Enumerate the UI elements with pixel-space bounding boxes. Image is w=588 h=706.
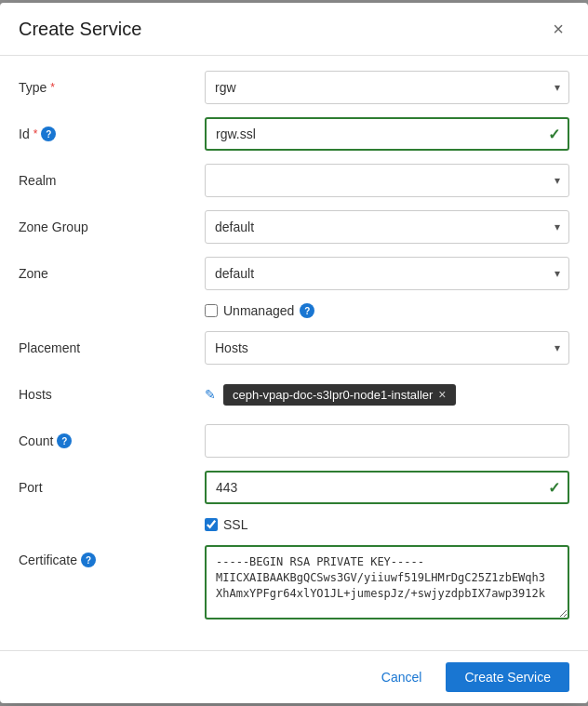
close-button[interactable]: ×	[547, 18, 569, 40]
zone-label: Zone	[19, 266, 205, 281]
host-tag-remove-button[interactable]: ×	[438, 388, 446, 401]
zone-group-select-wrapper: default ▾	[205, 210, 569, 244]
type-select[interactable]: rgw mon mgr osd mds nfs iscsi	[205, 71, 569, 104]
modal-footer: Cancel Create Service	[0, 650, 588, 703]
port-input[interactable]	[205, 471, 569, 504]
certificate-help-icon[interactable]: ?	[81, 553, 96, 567]
type-control: rgw mon mgr osd mds nfs iscsi ▾	[205, 71, 569, 104]
realm-row: Realm ▾	[19, 164, 569, 197]
port-control: ✓	[205, 471, 569, 504]
realm-label: Realm	[19, 173, 205, 188]
type-row: Type * rgw mon mgr osd mds nfs iscsi	[19, 71, 569, 104]
zone-row: Zone default ▾	[19, 257, 569, 290]
zone-group-control: default ▾	[205, 210, 569, 244]
hosts-edit-icon[interactable]: ✎	[205, 387, 216, 402]
zone-group-row: Zone Group default ▾	[19, 210, 569, 244]
modal-title: Create Service	[19, 19, 141, 40]
zone-group-select[interactable]: default	[205, 210, 569, 244]
placement-select[interactable]: Hosts Label Count	[205, 331, 569, 365]
placement-row: Placement Hosts Label Count ▾	[19, 331, 569, 365]
id-label: Id * ?	[19, 127, 205, 141]
modal-header: Create Service ×	[0, 3, 588, 56]
certificate-label: Certificate ?	[19, 545, 205, 567]
hosts-control: ✎ ceph-vpap-doc-s3lpr0-node1-installer ×	[205, 384, 569, 406]
modal-body: Type * rgw mon mgr osd mds nfs iscsi	[0, 56, 588, 650]
id-row: Id * ? ✓	[19, 117, 569, 151]
certificate-textarea[interactable]: -----BEGIN RSA PRIVATE KEY----- MIICXAIB…	[205, 545, 569, 619]
id-input[interactable]	[205, 117, 569, 151]
host-tag: ceph-vpap-doc-s3lpr0-node1-installer ×	[223, 384, 456, 406]
ssl-row: SSL	[19, 517, 569, 532]
ssl-checkbox[interactable]	[205, 518, 218, 531]
realm-select-wrapper: ▾	[205, 164, 569, 197]
port-input-wrapper: ✓	[205, 471, 569, 504]
type-label: Type *	[19, 80, 205, 95]
port-label: Port	[19, 480, 205, 495]
count-label: Count ?	[19, 433, 205, 448]
hosts-row: Hosts ✎ ceph-vpap-doc-s3lpr0-node1-insta…	[19, 378, 569, 411]
id-required-star: *	[33, 127, 38, 140]
port-row: Port ✓	[19, 471, 569, 504]
hosts-label: Hosts	[19, 387, 205, 402]
type-select-wrapper: rgw mon mgr osd mds nfs iscsi ▾	[205, 71, 569, 104]
unmanaged-row: Unmanaged ?	[19, 303, 569, 318]
placement-label: Placement	[19, 340, 205, 355]
create-service-button[interactable]: Create Service	[446, 662, 569, 692]
zone-group-label: Zone Group	[19, 220, 205, 234]
id-valid-icon: ✓	[548, 126, 560, 143]
type-required-star: *	[50, 81, 55, 94]
id-input-wrapper: ✓	[205, 117, 569, 151]
id-control: ✓	[205, 117, 569, 151]
count-input[interactable]	[205, 424, 569, 458]
cancel-button[interactable]: Cancel	[367, 662, 437, 692]
zone-control: default ▾	[205, 257, 569, 290]
certificate-row: Certificate ? -----BEGIN RSA PRIVATE KEY…	[19, 545, 569, 622]
realm-control: ▾	[205, 164, 569, 197]
host-tag-label: ceph-vpap-doc-s3lpr0-node1-installer	[233, 388, 433, 402]
ssl-label[interactable]: SSL	[205, 517, 247, 532]
placement-control: Hosts Label Count ▾	[205, 331, 569, 365]
hosts-wrapper: ✎ ceph-vpap-doc-s3lpr0-node1-installer ×	[205, 384, 569, 406]
count-row: Count ?	[19, 424, 569, 458]
unmanaged-checkbox[interactable]	[205, 304, 218, 317]
count-control	[205, 424, 569, 458]
realm-select[interactable]	[205, 164, 569, 197]
port-valid-icon: ✓	[548, 479, 560, 497]
certificate-control: -----BEGIN RSA PRIVATE KEY----- MIICXAIB…	[205, 545, 569, 622]
unmanaged-label[interactable]: Unmanaged ?	[205, 303, 314, 318]
modal-overlay: Create Service × Type * rgw mon mgr	[0, 0, 588, 706]
create-service-modal: Create Service × Type * rgw mon mgr	[0, 3, 588, 703]
zone-select[interactable]: default	[205, 257, 569, 290]
id-help-icon[interactable]: ?	[41, 127, 56, 141]
zone-select-wrapper: default ▾	[205, 257, 569, 290]
placement-select-wrapper: Hosts Label Count ▾	[205, 331, 569, 365]
unmanaged-help-icon[interactable]: ?	[300, 303, 314, 318]
count-help-icon[interactable]: ?	[57, 433, 72, 448]
